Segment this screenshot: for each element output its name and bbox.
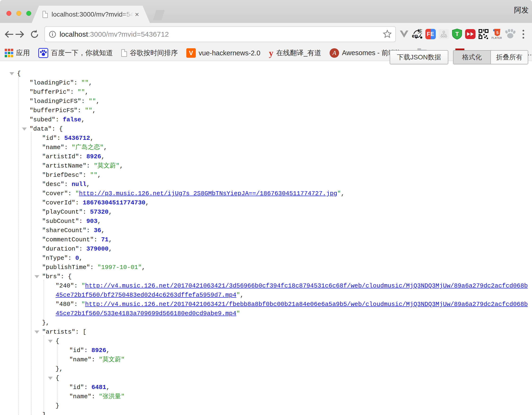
bookmark-baidu[interactable]: 百度一下，你就知道 [38, 48, 113, 58]
json-token-punct: , [92, 107, 96, 114]
json-token-key: "desc" [42, 181, 64, 188]
json-token-strq: " [75, 190, 79, 197]
download-json-button[interactable]: 下载JSON数据 [390, 50, 448, 64]
tab-close-icon[interactable]: × [135, 11, 139, 18]
collapse-arrow-icon[interactable] [48, 377, 53, 380]
json-line: "coverId": 18676304511774730, [42, 198, 149, 208]
json-line: "id": 5436712, [42, 134, 94, 143]
json-token-punct: : [74, 79, 81, 86]
url-text: localhost:3000/mv?mvid=5436712 [60, 30, 169, 38]
format-button[interactable]: 格式化 [454, 51, 491, 64]
json-token-strq: " [81, 301, 85, 308]
json-token-punct: : [68, 190, 75, 197]
json-line: "bufferPic": "", [29, 87, 89, 97]
json-token-key: "id" [42, 135, 57, 142]
json-token-key: "publishTime" [42, 264, 90, 271]
json-token-punct: : [90, 264, 97, 271]
bookmark-apps[interactable]: 应用 [5, 48, 30, 58]
json-token-punct: : [75, 199, 83, 206]
forward-button[interactable] [14, 23, 26, 45]
browser-menu-icon[interactable] [518, 29, 529, 39]
qr-code-icon[interactable] [478, 29, 489, 39]
window-zoom-button[interactable] [26, 11, 31, 16]
json-line: "artistId": 8926, [42, 152, 105, 161]
json-line: "id": 8926, [69, 346, 110, 355]
json-token-punct: , [81, 116, 85, 123]
baidu-paw-icon [38, 48, 48, 58]
json-token-punct: : { [52, 125, 63, 133]
json-line: "duration": 379000, [42, 244, 112, 254]
json-token-key: "name" [69, 393, 92, 400]
url-link[interactable]: 45ce72b1f560/bf2750483ed02d4c6263dffefa5… [56, 291, 237, 299]
bookmark-vue-hackernews[interactable]: V vue-hackernews-2.0 [186, 48, 260, 58]
json-line: "data": { [29, 125, 63, 134]
bookmark-youdao-translate[interactable]: y 在线翻译_有道 [269, 48, 321, 58]
json-token-kw: null [72, 181, 86, 188]
json-token-num: 5436712 [64, 135, 90, 142]
sitemap-icon[interactable] [438, 29, 449, 39]
json-token-num: 71 [101, 236, 109, 243]
json-token-punct: : [86, 162, 94, 169]
collapse-arrow-icon[interactable] [10, 72, 14, 75]
json-line: "artistName": "莫文蔚", [42, 161, 123, 171]
json-token-punct: : [ [75, 328, 86, 336]
json-token-num: 8926 [86, 153, 101, 160]
json-token-punct: , [101, 153, 105, 160]
json-line: { [56, 374, 59, 383]
fe-extension-icon[interactable]: FE [425, 29, 436, 39]
vue-devtools-icon[interactable] [399, 29, 409, 39]
json-token-punct: ], [42, 411, 49, 415]
json-line: { [17, 69, 21, 78]
json-line: "playCount": 57320, [42, 208, 112, 217]
json-token-str: "莫文蔚" [99, 356, 125, 363]
json-token-key: "artistName" [42, 162, 86, 169]
info-icon[interactable] [49, 30, 56, 38]
url-link[interactable]: http://v4.music.126.net/20170421063421/f… [85, 301, 528, 308]
url-link[interactable]: http://v4.music.126.net/20170421063421/3… [85, 282, 528, 289]
json-token-punct: , [142, 264, 145, 271]
url-path: :3000/mv?mvid=5436712 [88, 30, 169, 38]
collapse-arrow-icon[interactable] [35, 330, 39, 334]
json-line: } [56, 401, 59, 411]
json-token-punct: }, [56, 365, 63, 372]
collapse-arrow-icon[interactable] [22, 127, 27, 131]
collapse-arrow-icon[interactable] [35, 275, 39, 278]
json-token-str: "" [85, 107, 92, 114]
json-line: "shareCount": 36, [42, 226, 105, 235]
json-token-str: "张洪量" [99, 393, 125, 400]
json-token-punct: , [104, 144, 107, 151]
reload-button[interactable] [28, 23, 41, 45]
bookmark-google-sort[interactable]: 谷歌按时间排序 [121, 48, 178, 58]
url-bar[interactable]: localhost:3000/mv?mvid=5436712 [44, 26, 396, 42]
collapse-all-button[interactable]: 折叠所有 [491, 51, 528, 64]
translate-icon[interactable]: 英en [412, 29, 423, 39]
url-link[interactable]: http://p3.music.126.net/ijUg7s_2S8GMbTNs… [79, 190, 337, 197]
json-token-punct: : [70, 88, 77, 96]
window-close-button[interactable] [6, 11, 11, 16]
paw-icon[interactable] [504, 29, 515, 39]
json-token-key: "id" [69, 347, 84, 354]
html5-player-icon[interactable]: 5PLAYER [491, 29, 502, 39]
json-token-punct: , [341, 190, 345, 197]
json-token-key: "name" [42, 144, 64, 151]
back-button[interactable] [3, 23, 15, 45]
browser-tab[interactable]: localhost:3000/mv?mvid=5436 × [32, 6, 150, 23]
json-line: "briefDesc": "", [42, 171, 101, 180]
json-token-punct: { [56, 375, 59, 382]
new-tab-button[interactable] [153, 10, 165, 20]
video-downloader-icon[interactable] [465, 29, 476, 39]
json-token-punct: , [106, 384, 110, 391]
bookmark-star-icon[interactable] [383, 29, 391, 39]
svg-text:T: T [456, 31, 459, 37]
json-token-key: "shareCount" [42, 227, 86, 234]
json-token-key: "brs" [42, 273, 60, 280]
window-minimize-button[interactable] [16, 11, 21, 16]
json-token-key: "artists" [42, 328, 75, 336]
url-link[interactable]: 45ce72b1f560/533e4183a709699d566180ed0cd… [56, 310, 237, 317]
json-line: "commentCount": 71, [42, 235, 112, 244]
tab-strip: localhost:3000/mv?mvid=5436 × 阿发 [0, 0, 532, 23]
json-token-key: "commentCount" [42, 236, 94, 243]
collapse-arrow-icon[interactable] [48, 340, 53, 343]
json-token-kw: false [63, 116, 81, 123]
tampermonkey-shield-icon[interactable]: T [452, 29, 463, 39]
